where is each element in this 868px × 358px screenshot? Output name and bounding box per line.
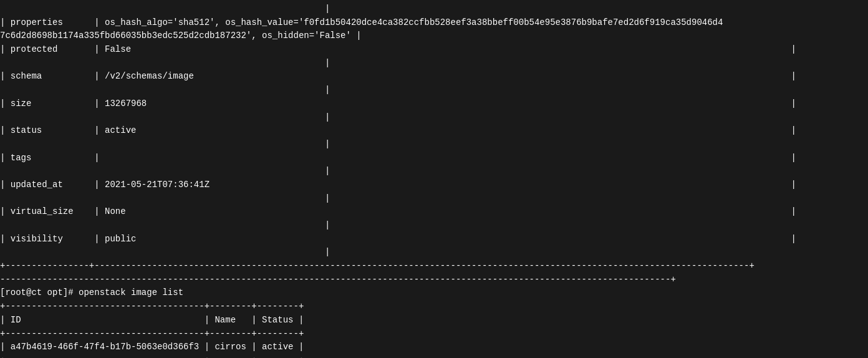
terminal-line: ----------------------------------------… (0, 273, 868, 287)
terminal-line: [root@ct opt]# openstack image list (0, 286, 868, 300)
terminal-line: | (0, 111, 868, 125)
terminal-line: | visibility | public | (0, 233, 868, 246)
terminal-line: | (0, 2, 868, 16)
terminal-window: || properties | os_hash_algo='sha512', o… (0, 0, 868, 358)
terminal-line: 7c6d2d8698b1174a335fbd66035bb3edc525d2cd… (0, 29, 868, 43)
terminal-line: | (0, 192, 868, 206)
terminal-line: | (0, 246, 868, 259)
terminal-line: | status | active | (0, 124, 868, 138)
terminal-line: | (0, 165, 868, 178)
terminal-line: | size | 13267968 | (0, 97, 868, 111)
terminal-line: | (0, 84, 868, 97)
terminal-line: | virtual_size | None | (0, 205, 868, 219)
terminal-line: | protected | False | (0, 43, 868, 57)
terminal-line: | (0, 138, 868, 152)
terminal-line: | updated_at | 2021-05-21T07:36:41Z | (0, 178, 868, 192)
terminal-line: | ID | Name | Status | (0, 314, 868, 327)
terminal-output: || properties | os_hash_algo='sha512', o… (0, 0, 868, 358)
terminal-line: | schema | /v2/schemas/image | (0, 70, 868, 84)
terminal-line: +----------------+----------------------… (0, 259, 868, 273)
terminal-line: | a47b4619-466f-47f4-b17b-5063e0d366f3 |… (0, 341, 868, 354)
terminal-line: +--------------------------------------+… (0, 354, 868, 358)
terminal-line: | (0, 57, 868, 70)
terminal-line: +--------------------------------------+… (0, 300, 868, 314)
terminal-line: | tags | | (0, 152, 868, 165)
terminal-line: +--------------------------------------+… (0, 327, 868, 341)
terminal-line: | (0, 219, 868, 233)
terminal-line: | properties | os_hash_algo='sha512', os… (0, 16, 868, 30)
